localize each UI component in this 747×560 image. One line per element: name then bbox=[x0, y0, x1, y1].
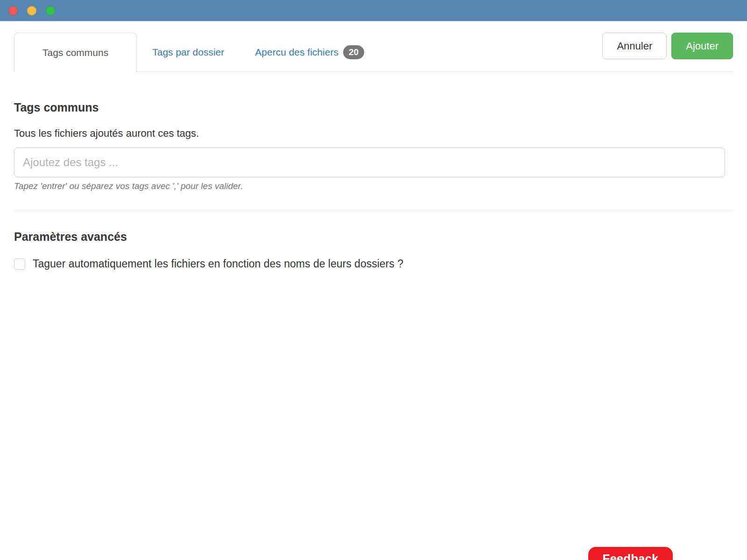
auto-tag-checkbox[interactable] bbox=[14, 259, 25, 270]
header-actions: Annuler Ajouter bbox=[602, 33, 733, 71]
add-button[interactable]: Ajouter bbox=[671, 33, 733, 59]
tab-tags-communs-label: Tags communs bbox=[42, 47, 108, 58]
tags-input-helper: Tapez 'entrer' ou séparez vos tags avec … bbox=[14, 181, 733, 191]
tab-tags-par-dossier[interactable]: Tags par dossier bbox=[137, 33, 240, 71]
common-tags-description: Tous les fichiers ajoutés auront ces tag… bbox=[14, 127, 733, 140]
minimize-window-icon[interactable] bbox=[27, 6, 36, 15]
auto-tag-checkbox-label[interactable]: Taguer automatiquement les fichiers en f… bbox=[33, 258, 403, 270]
file-count-badge: 20 bbox=[343, 45, 364, 59]
cancel-button[interactable]: Annuler bbox=[602, 33, 667, 59]
tab-apercu-des-fichiers[interactable]: Apercu des fichiers 20 bbox=[240, 33, 380, 71]
feedback-button[interactable]: Feedback bbox=[588, 547, 673, 560]
window-titlebar bbox=[0, 0, 747, 21]
tab-bar: Tags communs Tags par dossier Apercu des… bbox=[14, 33, 380, 71]
tab-tags-par-dossier-label: Tags par dossier bbox=[152, 47, 224, 58]
zoom-window-icon[interactable] bbox=[46, 6, 55, 15]
tab-apercu-des-fichiers-label: Apercu des fichiers bbox=[255, 47, 338, 58]
section-divider bbox=[14, 210, 733, 210]
tab-tags-communs[interactable]: Tags communs bbox=[14, 33, 137, 72]
common-tags-title: Tags communs bbox=[14, 101, 733, 114]
advanced-settings-title: Paramètres avancés bbox=[14, 230, 733, 244]
tags-input[interactable] bbox=[14, 147, 725, 177]
auto-tag-row: Taguer automatiquement les fichiers en f… bbox=[14, 258, 733, 270]
main-content: Tags communs Tous les fichiers ajoutés a… bbox=[0, 101, 747, 270]
header: Tags communs Tags par dossier Apercu des… bbox=[14, 21, 733, 72]
close-window-icon[interactable] bbox=[8, 6, 18, 15]
